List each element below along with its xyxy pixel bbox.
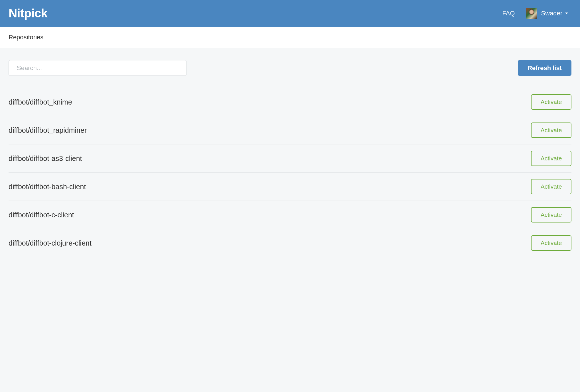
repo-row: diffbot/diffbot_rapidminer Activate — [9, 116, 571, 144]
toolbar: Refresh list — [9, 60, 571, 76]
repo-name[interactable]: diffbot/diffbot-clojure-client — [9, 239, 92, 247]
search-input[interactable] — [9, 60, 187, 76]
activate-button[interactable]: Activate — [531, 235, 571, 251]
activate-button[interactable]: Activate — [531, 207, 571, 222]
activate-button[interactable]: Activate — [531, 94, 571, 110]
repo-name[interactable]: diffbot/diffbot_rapidminer — [9, 126, 87, 134]
activate-button[interactable]: Activate — [531, 151, 571, 166]
page-title: Repositories — [9, 34, 571, 41]
activate-button[interactable]: Activate — [531, 122, 571, 138]
header-nav: FAQ Swader — [502, 8, 571, 19]
repo-row: diffbot/diffbot-as3-client Activate — [9, 144, 571, 173]
repo-row: diffbot/diffbot-bash-client Activate — [9, 173, 571, 201]
repo-name[interactable]: diffbot/diffbot-as3-client — [9, 154, 82, 163]
username-label: Swader — [541, 10, 562, 17]
refresh-button[interactable]: Refresh list — [518, 60, 571, 76]
user-menu[interactable]: Swader — [526, 8, 568, 19]
activate-button[interactable]: Activate — [531, 179, 571, 194]
app-logo[interactable]: Nitpick — [9, 7, 48, 20]
avatar — [526, 8, 537, 19]
app-header: Nitpick FAQ Swader — [0, 0, 580, 27]
repo-list: diffbot/diffbot_knime Activate diffbot/d… — [9, 88, 571, 257]
repo-row: diffbot/diffbot_knime Activate — [9, 88, 571, 116]
page-subheader: Repositories — [0, 27, 580, 48]
repo-name[interactable]: diffbot/diffbot-c-client — [9, 211, 74, 219]
faq-link[interactable]: FAQ — [502, 10, 515, 17]
main-content: Refresh list diffbot/diffbot_knime Activ… — [0, 48, 580, 257]
repo-name[interactable]: diffbot/diffbot-bash-client — [9, 183, 86, 191]
chevron-down-icon — [565, 13, 568, 14]
repo-row: diffbot/diffbot-clojure-client Activate — [9, 229, 571, 257]
repo-name[interactable]: diffbot/diffbot_knime — [9, 98, 72, 106]
repo-row: diffbot/diffbot-c-client Activate — [9, 201, 571, 229]
